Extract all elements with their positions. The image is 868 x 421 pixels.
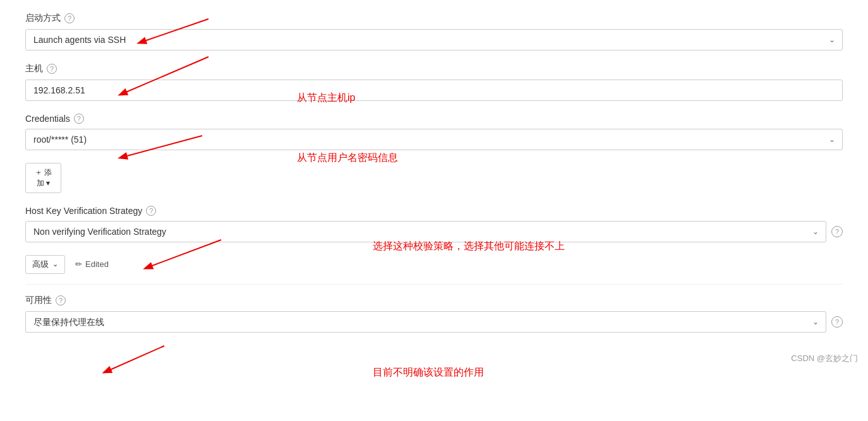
advanced-chevron-icon: ⌄ [52, 260, 58, 268]
availability-select[interactable]: 尽量保持代理在线 [25, 311, 826, 333]
credentials-select-wrapper: root/***** (51) ⌄ [25, 129, 843, 150]
add-button-label: 加 ▾ [37, 178, 50, 189]
add-button-section: ＋ 添 加 ▾ [25, 163, 843, 193]
host-section: 主机 ? [25, 63, 843, 101]
host-key-strategy-select-wrapper: Non verifying Verification Strategy ⌄ [25, 221, 826, 242]
section-divider [25, 284, 843, 285]
availability-row: 尽量保持代理在线 ⌄ ? [25, 311, 843, 333]
advanced-button[interactable]: 高级 ⌄ [25, 255, 65, 274]
availability-label: 可用性 ? [25, 295, 843, 306]
host-key-strategy-row: Non verifying Verification Strategy ⌄ ? [25, 221, 843, 242]
add-button[interactable]: ＋ 添 加 ▾ [25, 163, 61, 193]
host-label-text: 主机 [25, 63, 43, 74]
launch-method-section: 启动方式 ? Launch agents via SSH ⌄ [25, 13, 843, 50]
availability-help-icon[interactable]: ? [56, 295, 66, 305]
launch-method-select-wrapper: Launch agents via SSH ⌄ [25, 29, 843, 50]
host-key-strategy-section: Host Key Verification Strategy ? Non ver… [25, 206, 843, 242]
host-key-strategy-label-text: Host Key Verification Strategy [25, 206, 142, 216]
availability-select-wrapper: 尽量保持代理在线 ⌄ [25, 311, 826, 333]
host-label: 主机 ? [25, 63, 843, 74]
availability-inline-help-icon[interactable]: ? [831, 316, 843, 328]
advanced-row: 高级 ⌄ ✏ Edited [25, 255, 843, 274]
advanced-button-label: 高级 [32, 259, 49, 270]
watermark: CSDN @玄妙之门 [791, 353, 858, 364]
host-help-icon[interactable]: ? [47, 64, 57, 74]
host-key-strategy-inline-help-icon[interactable]: ? [831, 226, 843, 237]
credentials-label-text: Credentials [25, 114, 70, 124]
host-key-strategy-select[interactable]: Non verifying Verification Strategy [25, 221, 826, 242]
availability-label-text: 可用性 [25, 295, 52, 306]
host-key-strategy-help-icon[interactable]: ? [146, 206, 156, 216]
credentials-select[interactable]: root/***** (51) [25, 129, 843, 150]
annotation-availability: 目前不明确该设置的作用 [373, 366, 484, 379]
credentials-help-icon[interactable]: ? [74, 114, 84, 124]
launch-method-help-icon[interactable]: ? [64, 13, 75, 23]
availability-section: 可用性 ? 尽量保持代理在线 ⌄ ? [25, 295, 843, 333]
add-button-icon: ＋ 添 [35, 167, 52, 178]
credentials-section: Credentials ? root/***** (51) ⌄ [25, 114, 843, 150]
launch-method-label: 启动方式 ? [25, 13, 843, 24]
host-input[interactable] [25, 80, 843, 101]
edited-badge: ✏ Edited [75, 259, 109, 269]
edited-label: Edited [85, 259, 109, 269]
svg-line-4 [104, 346, 164, 372]
edit-icon: ✏ [75, 259, 82, 269]
host-key-strategy-label: Host Key Verification Strategy ? [25, 206, 843, 216]
launch-method-select[interactable]: Launch agents via SSH [25, 29, 843, 50]
credentials-label: Credentials ? [25, 114, 843, 124]
launch-method-text: 启动方式 [25, 13, 61, 24]
